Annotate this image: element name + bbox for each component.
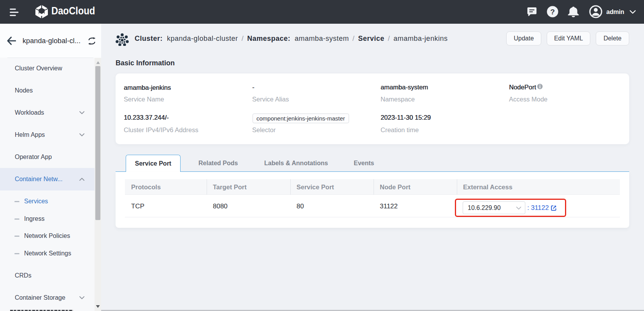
svg-text:?: ? — [550, 8, 555, 16]
